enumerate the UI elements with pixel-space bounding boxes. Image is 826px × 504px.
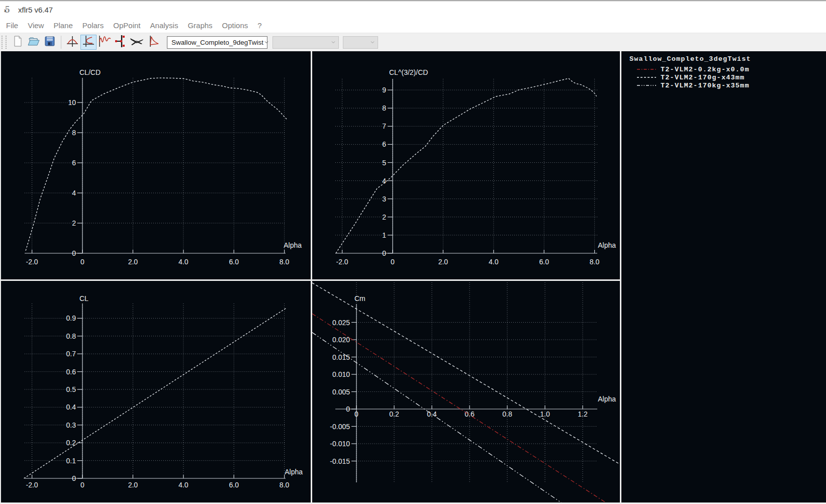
polar-view-button[interactable]: [80, 35, 97, 50]
polar-graphs-area: -2.002.04.06.08.00246810CL/CDAlpha -2.00…: [0, 51, 826, 503]
window-title: xflr5 v6.47: [18, 6, 53, 14]
svg-text:0.9: 0.9: [66, 314, 76, 322]
svg-text:-0.010: -0.010: [330, 440, 350, 448]
svg-text:8.0: 8.0: [590, 258, 600, 266]
svg-text:2.0: 2.0: [128, 481, 138, 489]
save-icon: [44, 35, 56, 49]
titlebar: 5x xflr5 v6.47: [0, 2, 826, 18]
svg-text:0.4: 0.4: [66, 403, 76, 411]
svg-text:0.015: 0.015: [332, 353, 350, 361]
plane-select-value: Swallow_Completo_9degTwist: [171, 39, 263, 46]
svg-text:CL: CL: [79, 294, 88, 303]
menu-oppoint[interactable]: OpPoint: [113, 21, 140, 30]
open-folder-icon: [27, 35, 40, 49]
svg-text:-2.0: -2.0: [26, 258, 38, 266]
svg-text:10: 10: [68, 98, 76, 107]
chevron-down-icon: [370, 39, 376, 45]
svg-text:0.010: 0.010: [332, 370, 350, 378]
stability-axis-icon: [114, 35, 127, 50]
svg-text:0.8: 0.8: [66, 332, 76, 340]
svg-text:0: 0: [80, 481, 84, 489]
svg-text:CL^(3/2)/CD: CL^(3/2)/CD: [389, 68, 428, 76]
clcd-vs-alpha-graph[interactable]: -2.002.04.06.08.00246810CL/CDAlpha: [1, 51, 311, 279]
svg-text:6.0: 6.0: [229, 481, 239, 489]
svg-text:Alpha: Alpha: [285, 468, 303, 476]
cl32cd-vs-alpha-graph[interactable]: -2.002.04.06.08.00123456789CL^(3/2)/CDAl…: [312, 51, 620, 279]
xflr5-logo-icon: 5x: [5, 5, 15, 15]
legend-entry-label: T2-VLM2-170g-x43mm: [661, 74, 745, 81]
open-button[interactable]: [26, 35, 42, 50]
svg-text:1.0: 1.0: [540, 410, 550, 418]
svg-text:-0.005: -0.005: [330, 423, 350, 431]
toolbar-grip[interactable]: [2, 36, 7, 49]
oppoint-select[interactable]: [343, 36, 378, 49]
pressure-button[interactable]: [145, 35, 161, 50]
menu-polars[interactable]: Polars: [82, 21, 104, 30]
svg-text:8.0: 8.0: [280, 481, 290, 489]
svg-text:-2.0: -2.0: [336, 258, 348, 266]
legend-entry-label: T2-VLM2-0.2kg-x0.0m: [661, 66, 750, 73]
svg-text:-0.015: -0.015: [330, 457, 350, 465]
horizontal-splitter[interactable]: [1, 279, 620, 281]
menu-options[interactable]: Options: [222, 21, 248, 30]
legend-entry: T2-VLM2-0.2kg-x0.0m: [636, 65, 750, 73]
svg-text:2: 2: [382, 213, 386, 221]
polar-view-icon: [82, 35, 95, 50]
legend-title: Swallow_Completo_3degTwist: [629, 55, 751, 63]
legend-panel: Swallow_Completo_3degTwist T2-VLM2-0.2kg…: [621, 51, 826, 503]
svg-text:2.0: 2.0: [438, 258, 448, 266]
svg-text:8: 8: [382, 104, 386, 112]
plane-select[interactable]: Swallow_Completo_9degTwist: [167, 36, 267, 49]
svg-text:4.0: 4.0: [178, 481, 189, 489]
foil-design-button[interactable]: [64, 35, 80, 50]
svg-text:0: 0: [382, 249, 386, 257]
svg-text:Alpha: Alpha: [598, 241, 616, 249]
svg-text:6: 6: [382, 140, 386, 148]
menu-analysis[interactable]: Analysis: [150, 21, 178, 30]
plane-design-button[interactable]: [129, 35, 145, 50]
svg-text:Alpha: Alpha: [284, 241, 302, 249]
oscillation-button[interactable]: [97, 35, 113, 50]
svg-text:1.2: 1.2: [578, 410, 588, 418]
svg-text:Cm: Cm: [354, 294, 365, 303]
new-file-icon: [12, 35, 24, 49]
svg-text:0.7: 0.7: [66, 350, 76, 358]
legend-entry-label: T2-VLM2-170kg-x35mm: [661, 82, 750, 89]
svg-text:-2.0: -2.0: [26, 481, 38, 489]
chevron-down-icon: [330, 39, 336, 45]
svg-text:6.0: 6.0: [539, 258, 549, 266]
svg-text:5: 5: [382, 159, 386, 167]
legend-entry: T2-VLM2-170kg-x35mm: [636, 81, 750, 89]
oscillation-icon: [98, 35, 112, 50]
menu-graphs[interactable]: Graphs: [188, 21, 212, 30]
stability-button[interactable]: [113, 35, 129, 50]
svg-text:0.8: 0.8: [502, 410, 512, 418]
svg-text:0: 0: [391, 258, 395, 266]
svg-text:0.1: 0.1: [66, 457, 76, 465]
svg-text:2: 2: [72, 219, 76, 227]
svg-text:Alpha: Alpha: [598, 395, 616, 403]
svg-text:0.020: 0.020: [332, 336, 350, 344]
svg-text:0.6: 0.6: [66, 368, 76, 376]
new-file-button[interactable]: [10, 35, 26, 50]
svg-text:8: 8: [72, 129, 76, 137]
svg-text:0: 0: [354, 410, 358, 418]
cm-vs-alpha-graph[interactable]: 00.20.40.60.81.01.20.0250.0200.0150.0100…: [312, 281, 620, 503]
svg-text:0.005: 0.005: [332, 388, 350, 396]
polar-select[interactable]: [272, 36, 339, 49]
cl-vs-alpha-graph[interactable]: -2.002.04.06.08.000.10.20.30.40.50.60.70…: [1, 281, 311, 503]
menu-help[interactable]: ?: [257, 21, 261, 30]
pressure-distribution-icon: [146, 35, 159, 50]
menu-plane[interactable]: Plane: [53, 21, 72, 30]
legend-entry: T2-VLM2-170g-x43mm: [636, 73, 745, 81]
save-button[interactable]: [42, 35, 58, 50]
vertical-splitter[interactable]: [311, 51, 312, 503]
svg-text:0: 0: [72, 249, 76, 257]
menu-view[interactable]: View: [28, 21, 44, 30]
svg-text:0: 0: [346, 405, 350, 413]
svg-text:4.0: 4.0: [489, 258, 499, 266]
menu-file[interactable]: File: [6, 21, 18, 30]
svg-text:3: 3: [382, 195, 386, 203]
toolbar: Swallow_Completo_9degTwist: [0, 33, 826, 51]
svg-text:6.0: 6.0: [229, 258, 239, 266]
